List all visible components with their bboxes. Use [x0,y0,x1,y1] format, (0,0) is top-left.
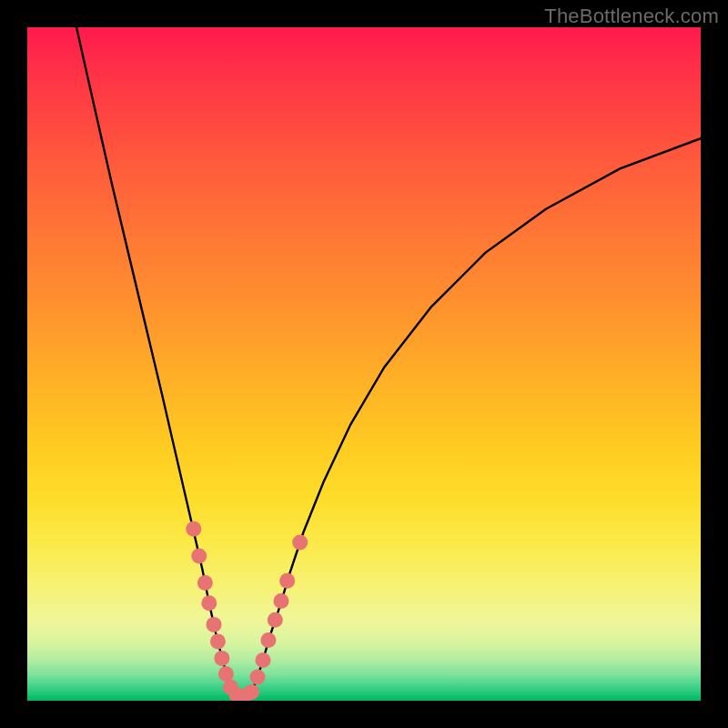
data-point-marker [214,651,229,666]
data-point-marker [292,535,308,551]
data-point-marker [256,652,271,668]
data-point-marker [218,666,234,682]
data-point-marker [268,612,283,628]
data-point-marker [244,684,259,700]
data-point-marker [210,633,226,649]
watermark-text: TheBottleneck.com [544,5,719,28]
chart-frame: TheBottleneck.com [0,0,728,728]
curve-right-branch [250,138,701,696]
data-point-marker [250,670,266,685]
data-point-marker [206,617,221,632]
data-point-markers [186,521,308,701]
plot-area [27,27,701,701]
data-point-marker [279,573,295,589]
data-point-marker [201,595,217,611]
data-point-marker [260,632,276,648]
data-point-marker [273,593,288,609]
data-point-marker [191,548,207,563]
chart-svg [27,27,701,701]
data-point-marker [197,575,213,591]
data-point-marker [186,521,201,537]
